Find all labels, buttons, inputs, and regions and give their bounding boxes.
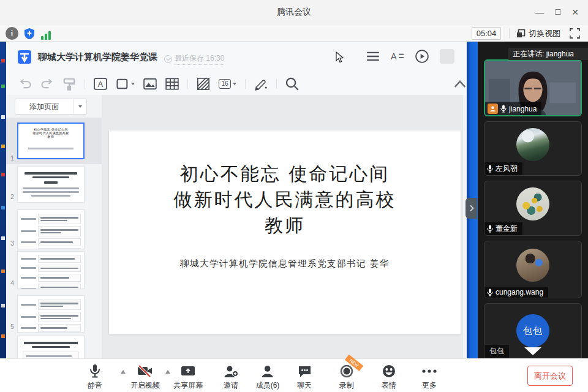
divider bbox=[85, 79, 85, 89]
user-avatar[interactable] bbox=[440, 49, 454, 64]
switch-view-label: 切换视图 bbox=[529, 28, 560, 39]
divider bbox=[509, 28, 510, 39]
search-icon[interactable] bbox=[285, 77, 299, 91]
mic-icon bbox=[487, 165, 493, 173]
video-tile-dongjinxin[interactable]: 董金新 bbox=[484, 181, 582, 236]
avatar bbox=[516, 187, 549, 221]
slide-thumb-3[interactable] bbox=[17, 209, 85, 249]
redo-icon[interactable] bbox=[40, 77, 54, 91]
host-badge-icon bbox=[488, 104, 498, 114]
avatar bbox=[516, 249, 549, 282]
share-screen-button[interactable]: 共享屏幕 bbox=[173, 364, 203, 391]
thumbnail-row-5[interactable]: 5 bbox=[6, 295, 102, 333]
add-page-dropdown[interactable] bbox=[73, 99, 86, 114]
collapse-toolbar-icon[interactable] bbox=[453, 77, 467, 91]
more-button[interactable]: 更多 bbox=[421, 364, 437, 391]
ellipsis-icon bbox=[421, 369, 437, 374]
chevron-down-icon bbox=[233, 83, 236, 85]
mouse-cursor bbox=[336, 51, 345, 64]
thumbnail-row-1[interactable]: 1 初心不能忘 使命记心间 做新时代人民满意的高校 教师 bbox=[6, 118, 102, 164]
window-titlebar: 腾讯会议 — ☐ ✕ bbox=[0, 0, 588, 24]
video-options-caret[interactable] bbox=[165, 370, 170, 374]
outline-icon[interactable]: A bbox=[391, 50, 404, 63]
doc-header: 聊城大学计算机学院姜华党课 最近保存 16:30 A bbox=[6, 42, 467, 72]
slide-subtitle: 聊城大学计算机学院信息管理系党支部书记 姜华 bbox=[109, 258, 461, 270]
shape-icon bbox=[116, 77, 129, 91]
members-button[interactable]: 成员(6) bbox=[256, 364, 280, 391]
slide-thumbnail-panel: 添加页面 1 初心不能忘 使命记心间 做新时代人民满意的高校 教师 2 bbox=[6, 95, 102, 358]
thumbnail-row-6[interactable]: 6 bbox=[6, 336, 102, 358]
undo-icon[interactable] bbox=[18, 77, 32, 91]
doc-toolbar: A 16 bbox=[6, 72, 467, 95]
meeting-info-icon[interactable]: i bbox=[6, 27, 18, 40]
switch-view-button[interactable]: 切换视图 bbox=[516, 26, 560, 40]
start-video-button[interactable]: 开启视频 bbox=[130, 364, 160, 391]
image-icon[interactable] bbox=[143, 77, 157, 91]
divider bbox=[276, 79, 277, 89]
record-button[interactable]: NEW 录制 bbox=[339, 364, 354, 391]
menu-icon[interactable] bbox=[366, 50, 380, 63]
slide-title-line: 初心不能忘 使命记心间 bbox=[109, 161, 461, 187]
security-shield-icon[interactable] bbox=[23, 27, 36, 40]
maximize-button[interactable]: ☐ bbox=[550, 5, 566, 20]
textbox-icon[interactable]: A bbox=[94, 77, 107, 91]
slide-thumb-6[interactable] bbox=[17, 336, 85, 358]
smiley-icon bbox=[382, 364, 396, 378]
doc-app-logo bbox=[17, 50, 32, 64]
video-tile-zuofengchao[interactable]: 左风朝 bbox=[484, 121, 582, 176]
font-size-value: 16 bbox=[219, 79, 231, 89]
participants-panel: 正在讲话: jianghua jianghua bbox=[478, 42, 588, 358]
slide-title-line: 教师 bbox=[109, 213, 461, 238]
leave-meeting-button[interactable]: 离开会议 bbox=[527, 366, 573, 386]
chat-button[interactable]: 聊天 bbox=[297, 364, 312, 391]
slide-thumb-5[interactable] bbox=[17, 295, 85, 333]
camera-off-icon bbox=[137, 365, 153, 377]
minimize-button[interactable]: — bbox=[532, 5, 548, 20]
slide-thumb-4[interactable] bbox=[17, 251, 85, 289]
chat-bubble-icon bbox=[298, 365, 312, 378]
current-slide[interactable]: 初心不能忘 使命记心间 做新时代人民满意的高校 教师 聊城大学计算机学院信息管理… bbox=[109, 130, 461, 334]
saved-check-icon bbox=[164, 55, 172, 63]
invite-button[interactable]: 邀请 bbox=[224, 364, 238, 391]
chevron-right-icon bbox=[469, 205, 474, 212]
thumbnail-row-2[interactable]: 2 bbox=[6, 166, 102, 203]
thumbnail-row-3[interactable]: 3 bbox=[6, 209, 102, 249]
format-painter-icon[interactable] bbox=[62, 77, 76, 91]
close-button[interactable]: ✕ bbox=[567, 5, 583, 20]
video-tile-jianghua[interactable]: jianghua bbox=[484, 59, 582, 116]
meeting-control-bar: 静音 开启视频 共享屏幕 邀请 成员(6) 聊天 NEW bbox=[0, 358, 588, 392]
doc-title[interactable]: 聊城大学计算机学院姜华党课 bbox=[38, 51, 157, 63]
shared-screen-region: 聊城大学计算机学院姜华党课 最近保存 16:30 A A 16 bbox=[0, 42, 478, 358]
font-size-tool[interactable]: 16 bbox=[219, 79, 236, 89]
video-tile-cungang-wang[interactable]: cungang.wang bbox=[484, 241, 582, 298]
person-icon bbox=[261, 365, 274, 378]
presenter-desktop-edge bbox=[0, 42, 6, 358]
share-screen-icon bbox=[181, 365, 195, 377]
emoji-button[interactable]: 表情 bbox=[382, 364, 396, 391]
participant-label: 左风朝 bbox=[484, 162, 522, 175]
laser-pen-icon[interactable] bbox=[254, 77, 268, 91]
thumbnail-row-4[interactable]: 4 bbox=[6, 251, 102, 289]
mic-icon bbox=[487, 225, 493, 233]
network-signal-icon[interactable] bbox=[39, 27, 52, 40]
fill-pattern-icon[interactable] bbox=[197, 77, 210, 91]
scroll-down-indicator[interactable] bbox=[524, 347, 541, 355]
table-icon[interactable] bbox=[165, 77, 179, 91]
record-icon bbox=[340, 364, 353, 378]
switch-view-icon bbox=[516, 29, 526, 38]
divider bbox=[187, 79, 188, 89]
avatar bbox=[516, 128, 549, 161]
person-add-icon bbox=[224, 365, 238, 378]
fullscreen-icon[interactable] bbox=[569, 28, 581, 39]
panel-collapse-handle[interactable] bbox=[466, 198, 477, 219]
shape-tool[interactable] bbox=[116, 77, 135, 91]
add-page-button[interactable]: 添加页面 bbox=[15, 99, 87, 115]
slide-thumb-1[interactable]: 初心不能忘 使命记心间 做新时代人民满意的高校 教师 bbox=[17, 123, 85, 159]
mic-icon bbox=[500, 105, 507, 113]
meeting-topbar: i 05:04 切换视图 bbox=[0, 25, 588, 42]
mute-button[interactable]: 静音 bbox=[88, 364, 102, 391]
slide-thumb-2[interactable] bbox=[17, 166, 85, 203]
mic-options-caret[interactable] bbox=[121, 370, 126, 374]
present-play-icon[interactable] bbox=[415, 50, 429, 63]
mic-icon bbox=[487, 288, 493, 296]
